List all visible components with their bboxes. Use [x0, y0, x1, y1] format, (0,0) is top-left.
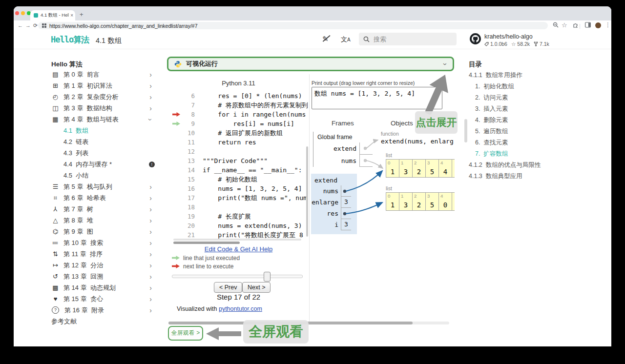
code-text: # 返回扩展后的新数组	[203, 129, 283, 138]
fullscreen-view-link[interactable]: 全屏观看 >	[168, 326, 203, 341]
url-bar[interactable]: https://www.hello-algo.com/chapter_array…	[38, 22, 548, 29]
reload-icon[interactable]: ⟳	[33, 22, 38, 29]
sidebar-item[interactable]: ◴第 2 章 复杂度分析›	[51, 91, 155, 102]
chevron-right-icon: ›	[149, 295, 152, 303]
step-slider-track[interactable]	[172, 275, 303, 278]
sidebar-item[interactable]: 参考文献	[51, 316, 155, 327]
prev-step-button[interactable]: < Prev	[214, 282, 242, 293]
github-logo-icon[interactable]	[469, 33, 481, 47]
sidebar-item[interactable]: △第 8 章 堆›	[51, 215, 155, 226]
search-box[interactable]	[359, 33, 457, 45]
language-switch-icon[interactable]: 文A	[341, 35, 351, 44]
sidebar-item[interactable]: ▩第 14 章 动态规划›	[51, 282, 155, 293]
sidebar-item-label: 4.4 内存与缓存 *	[63, 160, 147, 169]
sidebar-item[interactable]: ▦第 4 章 数组与链表›	[51, 114, 155, 125]
chevron-right-icon: ›	[149, 205, 152, 213]
forward-icon[interactable]: →	[25, 22, 31, 28]
code-line: 17 print("数组 nums =", num	[168, 193, 309, 202]
python-icon	[174, 61, 182, 68]
code-line: 13"""Driver Code"""	[168, 156, 309, 165]
site-settings-icon[interactable]	[42, 23, 46, 28]
code-text: nums = [1, 3, 2, 5, 4]	[203, 185, 302, 192]
annotation-expand-label: 点击展开	[415, 111, 458, 134]
chevron-right-icon: ›	[149, 183, 152, 191]
sidebar-item[interactable]: ◫第 3 章 数据结构›	[51, 102, 155, 114]
sidebar-item[interactable]: ↦第 12 章 分治›	[51, 260, 155, 271]
sidebar-item[interactable]: 4.1 数组	[51, 125, 155, 136]
toc-item[interactable]: 4. 删除元素	[469, 115, 574, 126]
sidebar-item[interactable]: ?第 16 章 附录›	[51, 304, 155, 316]
sidebar-item-label: 第 14 章 动态规划	[63, 283, 149, 292]
site-logo[interactable]: Hello算法	[51, 34, 89, 45]
toc-item[interactable]: 3. 插入元素	[469, 103, 574, 115]
new-tab-button[interactable]: +	[80, 11, 83, 18]
extensions-icon[interactable]	[573, 22, 579, 29]
hourglass-icon: ◴	[51, 93, 60, 101]
code-vertical-scrollbar[interactable]	[306, 146, 308, 237]
repo-name[interactable]: krahets/hello-algo	[484, 33, 533, 40]
code-horizontal-scrollbar-thumb[interactable]	[173, 242, 240, 244]
sidebar-item-label: 4.1 数组	[63, 126, 155, 135]
next-step-button[interactable]: Next >	[242, 282, 271, 293]
edit-code-link[interactable]: Edit Code & Get AI Help	[168, 245, 309, 253]
toc-item[interactable]: 4.1.1 数组常用操作	[469, 70, 574, 81]
toc-item[interactable]: 2. 访问元素	[469, 92, 574, 103]
pythontutor-link[interactable]: pythontutor.com	[219, 305, 262, 312]
sidebar-item[interactable]: 4.2 链表	[51, 136, 155, 147]
code-line: 11 return res	[168, 138, 309, 147]
line-number: 7	[184, 101, 195, 109]
minimize-window-button[interactable]	[21, 11, 25, 15]
content-scrollbar-thumb[interactable]	[464, 119, 467, 142]
sidebar-item[interactable]: ▤第 0 章 前言›	[51, 69, 155, 80]
sidebar-item-label: 第 15 章 贪心	[63, 295, 149, 303]
profile-avatar[interactable]	[595, 22, 601, 28]
edit-disabled-icon[interactable]: ✎	[322, 35, 329, 43]
graph-icon: ⌬	[51, 228, 60, 235]
version-tag: 1.0.0b6	[484, 41, 507, 47]
toc-item[interactable]: 7. 扩容数组	[469, 148, 574, 160]
step-slider-thumb[interactable]	[264, 272, 271, 282]
toc-item[interactable]: 5. 遍历数组	[469, 126, 574, 137]
sidebar-item[interactable]: ↺第 13 章 回溯›	[51, 271, 155, 282]
sidebar-item[interactable]: ≔第 10 章 搜索›	[51, 237, 155, 248]
code-text: res = [0] * (len(nums)	[203, 92, 302, 100]
line-number: 12	[184, 148, 195, 155]
sidebar-item[interactable]: 4.4 内存与缓存 *!	[51, 159, 155, 170]
sidebar-item[interactable]: ⅄第 7 章 树›	[51, 203, 155, 215]
sidebar-item[interactable]: ⌬第 9 章 图›	[51, 226, 155, 237]
side-panel-icon[interactable]	[585, 22, 591, 29]
toc-item[interactable]: 4.1.2 数组的优点与局限性	[469, 160, 574, 171]
hash-search-icon: ⌗	[51, 194, 60, 202]
sidebar-item[interactable]: ♥第 15 章 贪心›	[51, 293, 155, 304]
toc-item[interactable]: 1. 初始化数组	[469, 81, 574, 92]
back-icon[interactable]: ←	[18, 22, 23, 28]
bookmark-star-icon[interactable]: ☆	[562, 21, 567, 29]
chevron-down-icon: ›	[147, 118, 155, 121]
sidebar-item-label: 第 0 章 前言	[63, 70, 149, 79]
code-line: 18	[168, 202, 309, 212]
browser-menu-kebab-icon[interactable]: ⋮	[605, 21, 611, 28]
step-counter: Step 17 of 22	[168, 293, 309, 301]
chevron-right-icon: ›	[149, 273, 152, 281]
stack-icon: ☰	[51, 183, 60, 190]
legend-next-line: next line to execute	[172, 263, 233, 270]
sidebar-item-label: 第 7 章 树	[63, 205, 149, 214]
toc-item[interactable]: 4.1.3 数组典型应用	[469, 171, 574, 182]
toc-item[interactable]: 6. 查找元素	[469, 137, 574, 148]
repo-meta: 1.0.0b6 ☆ 58.2k 7.1k	[484, 41, 549, 47]
sidebar-item-label: 第 8 章 堆	[63, 216, 149, 225]
sidebar-item[interactable]: ☰第 5 章 栈与队列›	[51, 181, 155, 192]
sidebar-item[interactable]: ⇅第 11 章 排序›	[51, 248, 155, 260]
tab-close-icon[interactable]: ×	[70, 13, 73, 18]
browser-tab[interactable]: 4.1 数组 - Hello 算法 ×	[30, 10, 75, 20]
code-line: 14if __name__ == "__main__":	[168, 165, 309, 175]
viz-panel-header[interactable]: 可视化运行 ›	[167, 57, 454, 71]
sidebar-item[interactable]: 4.3 列表	[51, 147, 155, 159]
close-window-button[interactable]	[15, 11, 19, 15]
sidebar-item[interactable]: ⊞第 1 章 初识算法›	[51, 80, 155, 91]
zoom-icon[interactable]	[553, 22, 559, 29]
sidebar-item[interactable]: 4.5 小结	[51, 170, 155, 181]
search-input[interactable]	[373, 35, 448, 43]
sidebar-item-label: 4.2 链表	[63, 138, 155, 146]
sidebar-item[interactable]: ⌗第 6 章 哈希表›	[51, 192, 155, 203]
